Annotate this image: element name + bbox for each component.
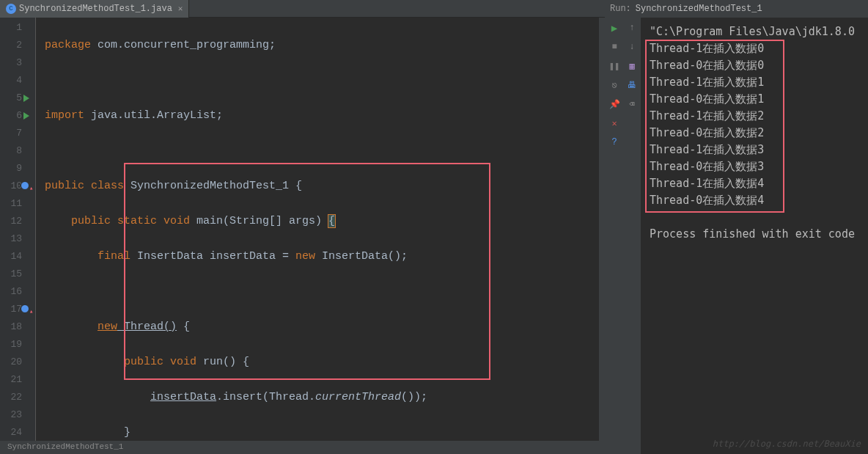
console-line: Thread-0在插入数据0 <box>650 57 859 74</box>
close-icon[interactable]: ✕ <box>178 4 183 13</box>
arrow-up-icon: ▴ <box>29 180 33 197</box>
ide-root: C SynchronizedMethodTest_1.java ✕ 1 2 3 … <box>0 0 868 454</box>
line-num: 21 <box>0 371 22 389</box>
line-num: 4 <box>0 72 22 89</box>
line-num: 11 <box>0 195 22 213</box>
text: main <box>190 215 223 227</box>
text: { <box>177 321 190 333</box>
console-output[interactable]: "C:\Program Files\Java\jdk1.8.0 Thread-1… <box>641 18 868 454</box>
text: (String[] args) <box>223 215 328 227</box>
run-gutter-icon[interactable] <box>23 112 29 120</box>
console-line: Thread-0在插入数据2 <box>650 125 859 142</box>
run-gutter-icon[interactable] <box>23 95 29 102</box>
line-num: 17▴ <box>0 301 22 318</box>
run-body: ▶ ■ ❚❚ ⎋ 📌 ✕ ? ↑ ↓ ▦ 🖶 ⌫ <box>606 18 868 454</box>
console-line: Thread-1在插入数据0 <box>650 40 859 57</box>
console-line: Thread-1在插入数据4 <box>650 175 859 192</box>
text: com.concurrent_programming; <box>91 39 276 51</box>
exit-line: Process finished with exit code <box>650 226 859 243</box>
pause-icon[interactable]: ❚❚ <box>607 60 622 72</box>
wrap-icon[interactable]: ▦ <box>625 60 639 72</box>
override-icon[interactable] <box>21 304 29 313</box>
line-num: 16 <box>0 283 22 301</box>
override-icon[interactable] <box>21 181 29 190</box>
keyword: public class <box>45 180 124 192</box>
tab-filename: SynchronizedMethodTest_1.java <box>19 4 172 14</box>
line-num: 6 <box>0 107 22 125</box>
text: } <box>124 426 130 439</box>
pin-icon[interactable]: 📌 <box>607 98 622 110</box>
keyword: final <box>98 250 130 263</box>
run-label: Run: <box>610 4 631 14</box>
text: Thread() <box>117 321 177 333</box>
annotation-box <box>124 163 490 380</box>
line-num: 9 <box>0 160 22 177</box>
text: run <box>196 356 223 368</box>
console-line: Thread-1在插入数据1 <box>650 74 859 91</box>
line-num: 5 <box>0 89 22 107</box>
line-num: 15 <box>0 266 22 283</box>
line-num: 12 <box>0 213 22 230</box>
close-console-icon[interactable]: ✕ <box>607 117 622 129</box>
rerun-icon[interactable]: ▶ <box>607 22 622 34</box>
up-trace-icon[interactable]: ↑ <box>625 22 639 34</box>
text: ()); <box>401 391 427 403</box>
line-num: 13 <box>0 230 22 248</box>
line-num: 8 <box>0 142 22 160</box>
console-line: Thread-1在插入数据2 <box>650 108 859 125</box>
text: java.util.ArrayList; <box>84 109 223 122</box>
console-line: Thread-0在插入数据4 <box>650 192 859 209</box>
stop-icon[interactable]: ■ <box>607 41 622 53</box>
print-icon[interactable]: 🖶 <box>625 79 639 91</box>
line-num: 10▴ <box>0 177 22 195</box>
run-tool-window: Run: SynchronizedMethodTest_1 ▶ ■ ❚❚ ⎋ 📌… <box>606 0 868 454</box>
console-line: Thread-0在插入数据3 <box>650 158 859 175</box>
exit-icon[interactable]: ⎋ <box>607 79 622 91</box>
text: currentThread <box>315 391 401 403</box>
keyword: new <box>98 321 117 333</box>
brace: { <box>328 215 335 227</box>
text: InsertData insertData = <box>130 250 295 263</box>
line-num: 7 <box>0 125 22 142</box>
keyword: public void <box>124 356 196 368</box>
text: () { <box>223 356 249 368</box>
editor-pane: C SynchronizedMethodTest_1.java ✕ 1 2 3 … <box>0 0 606 454</box>
text: SynchronizedMethodTest_1 { <box>124 180 302 192</box>
editor-scrollbar[interactable] <box>599 18 605 441</box>
help-icon[interactable]: ? <box>607 136 622 148</box>
line-num: 24 <box>0 424 22 441</box>
line-num: 2 <box>0 37 22 54</box>
run-toolbar: ▶ ■ ❚❚ ⎋ 📌 ✕ ? ↑ ↓ ▦ 🖶 ⌫ <box>606 18 641 454</box>
keyword: new <box>295 250 315 263</box>
line-num: 22 <box>0 389 22 406</box>
keyword: public static void <box>71 215 190 227</box>
line-num: 1 <box>0 19 22 37</box>
keyword: package <box>45 39 91 51</box>
text: insertData <box>150 391 216 403</box>
line-num: 14 <box>0 248 22 266</box>
console-line: Thread-1在插入数据3 <box>650 142 859 158</box>
java-class-icon: C <box>6 4 16 14</box>
tab-bar: C SynchronizedMethodTest_1.java ✕ <box>0 0 605 18</box>
line-num: 20 <box>0 354 22 371</box>
text: .insert(Thread. <box>216 391 315 403</box>
run-config-name: SynchronizedMethodTest_1 <box>636 4 762 14</box>
line-num: 18 <box>0 318 22 336</box>
command-line: "C:\Program Files\Java\jdk1.8.0 <box>650 23 859 40</box>
keyword: import <box>45 109 84 122</box>
line-num: 3 <box>0 54 22 72</box>
watermark: http://blog.csdn.net/BeauXie <box>713 436 861 453</box>
line-num: 19 <box>0 336 22 354</box>
text: InsertData(); <box>315 250 408 263</box>
run-header: Run: SynchronizedMethodTest_1 <box>606 0 868 18</box>
arrow-up-icon: ▴ <box>29 303 33 321</box>
console-line: Thread-0在插入数据1 <box>650 91 859 108</box>
file-tab-active[interactable]: C SynchronizedMethodTest_1.java ✕ <box>0 0 189 18</box>
down-trace-icon[interactable]: ↓ <box>625 41 639 53</box>
editor-body[interactable]: 1 2 3 4 5 6 7 8 9 10▴ 11 12 13 14 15 16 … <box>0 18 605 441</box>
code-area[interactable]: package com.concurrent_programming; impo… <box>35 18 599 441</box>
breadcrumb: SynchronizedMethodTest_1 <box>0 441 605 454</box>
clear-icon[interactable]: ⌫ <box>625 98 639 110</box>
line-num: 23 <box>0 406 22 424</box>
gutter[interactable]: 1 2 3 4 5 6 7 8 9 10▴ 11 12 13 14 15 16 … <box>0 18 35 441</box>
